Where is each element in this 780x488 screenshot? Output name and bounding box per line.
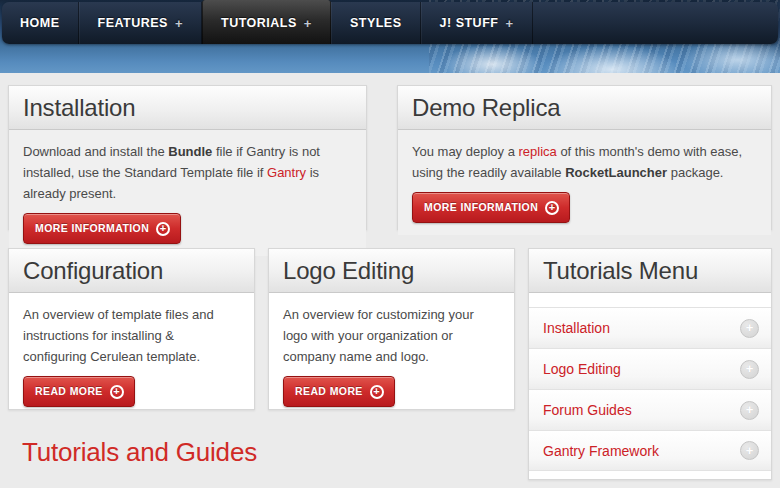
- tutorials-menu-list: Installation + Logo Editing + Forum Guid…: [529, 293, 771, 471]
- bottom-left-column: Configuration An overview of template fi…: [8, 248, 515, 480]
- plus-circle-icon: +: [740, 401, 759, 420]
- button-label: READ MORE: [295, 381, 363, 402]
- configuration-text: An overview of template files and instru…: [23, 304, 240, 367]
- nav-item-j-stuff[interactable]: J! STUFF +: [421, 2, 533, 44]
- panel-title: Installation: [23, 94, 135, 122]
- menu-item-installation[interactable]: Installation +: [529, 307, 771, 348]
- menu-item-label: Installation: [543, 320, 610, 336]
- header-image-band: HOME FEATURES + TUTORIALS + STYLES J! ST…: [0, 0, 780, 73]
- installation-panel: Installation Download and install the Bu…: [8, 85, 367, 230]
- dropdown-plus-icon: +: [175, 16, 183, 31]
- more-information-button[interactable]: MORE INFORMATION +: [23, 213, 181, 244]
- button-label: MORE INFORMATION: [35, 218, 149, 239]
- plus-circle-icon: +: [740, 441, 759, 460]
- nav-item-label: FEATURES: [98, 16, 168, 30]
- panel-title: Demo Replica: [412, 94, 560, 122]
- installation-panel-body: Download and install the Bundle file if …: [9, 130, 366, 256]
- nav-item-label: J! STUFF: [440, 16, 499, 30]
- tutorials-menu-panel: Tutorials Menu Installation + Logo Editi…: [528, 248, 772, 480]
- logo-editing-panel-body: An overview for customizing your logo wi…: [269, 293, 514, 419]
- panel-title: Configuration: [23, 257, 163, 285]
- more-information-button[interactable]: MORE INFORMATION +: [412, 192, 570, 223]
- configuration-panel-body: An overview of template files and instru…: [9, 293, 254, 419]
- dropdown-plus-icon: +: [304, 16, 312, 31]
- configuration-panel: Configuration An overview of template fi…: [8, 248, 255, 410]
- configuration-panel-header: Configuration: [9, 249, 254, 293]
- menu-item-logo-editing[interactable]: Logo Editing +: [529, 348, 771, 389]
- nav-item-tutorials[interactable]: TUTORIALS +: [202, 0, 331, 44]
- panel-title: Logo Editing: [283, 257, 414, 285]
- menu-item-forum-guides[interactable]: Forum Guides +: [529, 389, 771, 430]
- plus-circle-icon: +: [156, 222, 170, 236]
- main-content: Installation Download and install the Bu…: [0, 73, 780, 480]
- demo-replica-panel: Demo Replica You may deploy a replica of…: [397, 85, 772, 230]
- nav-item-label: TUTORIALS: [221, 16, 297, 30]
- nav-item-features[interactable]: FEATURES +: [79, 2, 203, 44]
- section-heading: Tutorials and Guides: [22, 437, 515, 468]
- menu-item-label: Forum Guides: [543, 402, 632, 418]
- plus-circle-icon: +: [545, 201, 559, 215]
- read-more-button[interactable]: READ MORE +: [23, 376, 135, 407]
- nav-item-label: HOME: [20, 16, 60, 30]
- demo-replica-text: You may deploy a replica of this month's…: [412, 141, 757, 183]
- demo-replica-panel-header: Demo Replica: [398, 86, 771, 130]
- tutorials-menu-header: Tutorials Menu: [529, 249, 771, 293]
- demo-replica-panel-body: You may deploy a replica of this month's…: [398, 130, 771, 235]
- nav-item-label: STYLES: [350, 16, 402, 30]
- plus-circle-icon: +: [370, 385, 384, 399]
- button-label: MORE INFORMATION: [424, 197, 538, 218]
- plus-circle-icon: +: [110, 385, 124, 399]
- bottom-right-column: Tutorials Menu Installation + Logo Editi…: [528, 248, 772, 480]
- installation-panel-header: Installation: [9, 86, 366, 130]
- installation-text: Download and install the Bundle file if …: [23, 141, 352, 204]
- plus-circle-icon: +: [740, 319, 759, 338]
- logo-editing-panel-header: Logo Editing: [269, 249, 514, 293]
- plus-circle-icon: +: [740, 360, 759, 379]
- bottom-section: Configuration An overview of template fi…: [8, 248, 772, 480]
- dropdown-plus-icon: +: [505, 16, 513, 31]
- top-module-row: Installation Download and install the Bu…: [8, 85, 772, 230]
- panel-title: Tutorials Menu: [543, 257, 698, 285]
- bottom-module-row: Configuration An overview of template fi…: [8, 248, 515, 410]
- menu-item-label: Logo Editing: [543, 361, 621, 377]
- logo-editing-panel: Logo Editing An overview for customizing…: [268, 248, 515, 410]
- nav-item-styles[interactable]: STYLES: [331, 2, 421, 44]
- menu-item-gantry-framework[interactable]: Gantry Framework +: [529, 430, 771, 471]
- nav-item-home[interactable]: HOME: [2, 2, 79, 44]
- read-more-button[interactable]: READ MORE +: [283, 376, 395, 407]
- main-navigation: HOME FEATURES + TUTORIALS + STYLES J! ST…: [2, 2, 778, 44]
- menu-item-label: Gantry Framework: [543, 443, 659, 459]
- button-label: READ MORE: [35, 381, 103, 402]
- logo-editing-text: An overview for customizing your logo wi…: [283, 304, 500, 367]
